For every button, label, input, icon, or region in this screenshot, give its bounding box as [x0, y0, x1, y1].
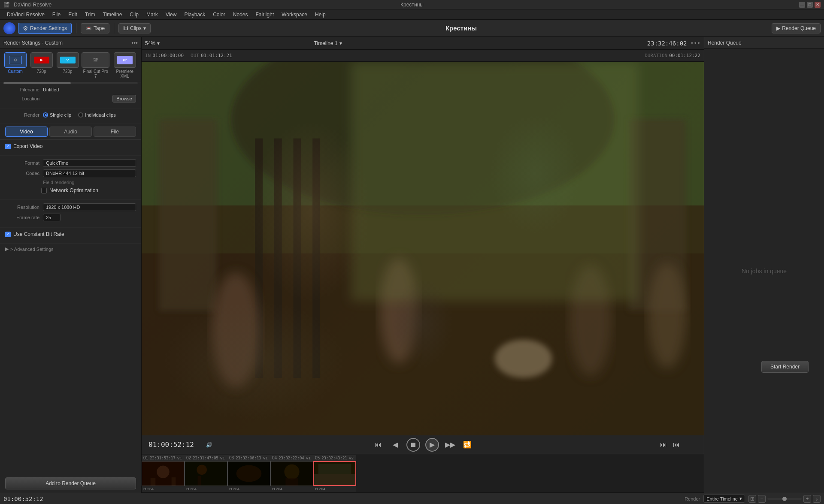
render-label: Render	[5, 112, 39, 118]
zoom-in-button[interactable]: +	[803, 495, 811, 503]
volume-icon[interactable]: 🔊	[206, 442, 212, 448]
preset-custom-icon: ⚙	[4, 52, 27, 68]
loop-button[interactable]: 🔁	[461, 439, 473, 451]
zoom-out-button[interactable]: −	[758, 495, 766, 503]
tape-button[interactable]: 📼 Tape	[81, 23, 109, 33]
browse-button[interactable]: Browse	[112, 95, 136, 103]
end-button[interactable]: ⏮	[670, 439, 682, 451]
individual-clips-radio[interactable]: Individual clips	[78, 112, 116, 118]
filename-label: Filename	[5, 87, 39, 92]
menu-mark[interactable]: Mark	[143, 11, 161, 18]
menu-timeline[interactable]: Timeline	[99, 11, 125, 18]
tab-video[interactable]: Video	[5, 127, 48, 137]
single-clip-radio[interactable]: Single clip	[43, 112, 71, 118]
resolution-section: Resolution 1920 x 1080 HD Frame rate 25	[0, 200, 141, 228]
panel-more-button[interactable]: •••	[131, 39, 138, 46]
menu-view[interactable]: View	[162, 11, 180, 18]
clips-dropdown-icon: ▾	[143, 25, 146, 31]
framerate-select[interactable]: 25	[43, 214, 61, 221]
svg-point-26	[284, 464, 299, 479]
network-opt-label: Network Optimization	[49, 187, 98, 193]
in-point: IN 01:00:00:00	[145, 53, 184, 58]
format-select[interactable]: QuickTime	[43, 159, 136, 167]
svg-point-24	[236, 465, 262, 482]
advanced-settings-toggle[interactable]: ▶ > Advanced Settings	[0, 244, 141, 254]
format-section: Format QuickTime Codec DNxHR 444 12-bit …	[0, 156, 141, 200]
clip-03[interactable]: 03 23:32:06:13 V1 H.264	[227, 455, 270, 492]
start-render-button[interactable]: Start Render	[761, 361, 809, 373]
export-video-checkbox[interactable]	[5, 144, 11, 149]
menu-color[interactable]: Color	[209, 11, 229, 18]
clip-04-footer: H.264	[270, 486, 313, 492]
preset-premiere[interactable]: Pr Premiere XML	[112, 52, 138, 78]
clip-04[interactable]: 04 23:32:22:04 V1 H.264	[270, 455, 313, 492]
render-queue-button[interactable]: ▶ Render Queue	[772, 23, 821, 33]
timecode-menu-icon[interactable]: •••	[691, 40, 700, 46]
menu-file[interactable]: File	[49, 11, 64, 18]
cbr-row: Use Constant Bit Rate	[5, 231, 136, 237]
menu-trim[interactable]: Trim	[82, 11, 99, 18]
step-back-button[interactable]: ◀	[389, 439, 401, 451]
clips-icon: 🎞	[123, 25, 128, 31]
menu-workspace[interactable]: Workspace	[278, 11, 311, 18]
preset-youtube[interactable]: ▶ 720p	[30, 52, 53, 74]
clip-05[interactable]: 05 23:32:43:21 V2 H.264	[313, 455, 356, 492]
timeline-grid-button[interactable]: ⊞	[748, 495, 756, 503]
menu-clip[interactable]: Clip	[126, 11, 142, 18]
clips-button[interactable]: 🎞 Clips ▾	[118, 23, 151, 33]
render-queue-icon: ▶	[776, 25, 780, 31]
minimize-button[interactable]: —	[799, 2, 805, 8]
render-mode-dropdown[interactable]: Entire Timeline ▾	[703, 495, 745, 503]
play-button[interactable]: ▶	[425, 438, 439, 452]
timeline-selector[interactable]: Timeline 1 ▾	[314, 40, 342, 46]
zoom-control[interactable]: 54% ▾	[145, 40, 160, 46]
skip-to-start-button[interactable]: ⏮	[372, 439, 384, 451]
skip-to-end-button[interactable]: ⏭	[657, 439, 670, 451]
clip-01[interactable]: 01 23:31:53:17 V1 H.264	[142, 455, 185, 492]
step-forward-button[interactable]: ▶▶	[444, 439, 456, 451]
cbr-checkbox[interactable]	[5, 232, 11, 237]
menu-fairlight[interactable]: Fairlight	[252, 11, 278, 18]
clip-05-thumb	[313, 461, 356, 486]
preset-final-cut[interactable]: 🎬 Final Cut Pro 7	[82, 52, 109, 78]
preset-premiere-label: Premiere XML	[112, 69, 138, 78]
toolbar-brand	[3, 22, 15, 34]
maximize-button[interactable]: □	[807, 2, 813, 8]
codec-select[interactable]: DNxHR 444 12-bit	[43, 169, 136, 177]
clip-02[interactable]: 02 23:31:47:05 V1 H.264	[185, 455, 227, 492]
close-button[interactable]: ✕	[815, 2, 821, 8]
render-queue-empty: No jobs in queue	[704, 49, 824, 493]
network-opt-checkbox[interactable]	[41, 188, 47, 193]
preset-vimeo[interactable]: V 720p	[56, 52, 79, 74]
audio-icon[interactable]: ♪	[813, 495, 821, 503]
toolbar-right: ▶ Render Queue	[772, 23, 821, 33]
menu-help[interactable]: Help	[312, 11, 329, 18]
export-video-section: Export Video	[0, 140, 141, 156]
svg-rect-22	[197, 476, 201, 486]
zoom-slider[interactable]	[767, 498, 802, 500]
menu-playback[interactable]: Playback	[181, 11, 209, 18]
tape-icon: 📼	[85, 25, 92, 31]
project-title: Крестины	[153, 24, 769, 32]
video-frame	[142, 62, 704, 435]
menu-edit[interactable]: Edit	[65, 11, 81, 18]
render-settings-icon: ⚙	[23, 25, 28, 32]
preset-custom[interactable]: ⚙ Custom	[3, 52, 27, 74]
filename-value: Untitled	[43, 87, 59, 92]
app-icon: 🎬	[3, 2, 10, 8]
zoom-thumb	[782, 497, 787, 501]
menu-nodes[interactable]: Nodes	[230, 11, 251, 18]
svg-point-21	[197, 465, 207, 475]
render-queue-title: Render Queue	[708, 40, 742, 46]
resolution-select[interactable]: 1920 x 1080 HD	[43, 203, 136, 211]
stop-button[interactable]: ⏹	[406, 438, 420, 452]
tab-file[interactable]: File	[94, 127, 136, 137]
render-settings-button[interactable]: ⚙ Render Settings	[18, 23, 72, 34]
menu-davinci-resolve[interactable]: DaVinci Resolve	[3, 11, 48, 18]
video-overlay	[142, 62, 704, 435]
preset-vimeo-label: 720p	[63, 69, 72, 74]
preview-header: 54% ▾ Timeline 1 ▾ 23:32:46:02 •••	[142, 37, 704, 50]
tab-audio[interactable]: Audio	[49, 127, 92, 137]
add-to-queue-button[interactable]: Add to Render Queue	[5, 477, 136, 489]
clip-03-footer: H.264	[227, 486, 270, 492]
